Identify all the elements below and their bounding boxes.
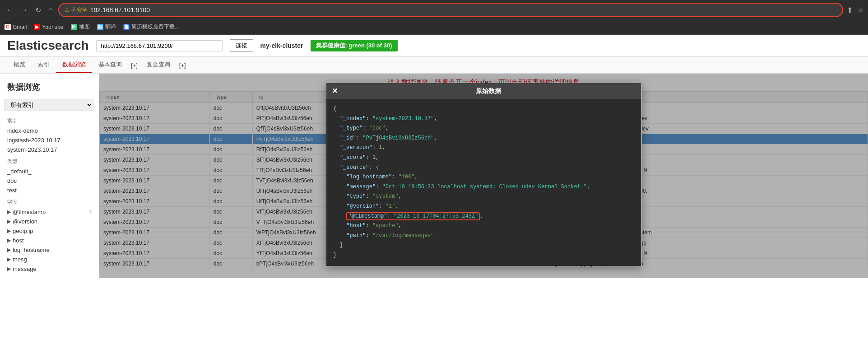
sidebar-title: 数据浏览 [0, 78, 99, 96]
browser-chrome: ← → ↻ ⌂ ⚠ 不安全 192.168.67.101:9100 ⬆ ☆ G … [0, 0, 868, 35]
sidebar-field-host[interactable]: ▶ host [0, 236, 99, 245]
refresh-button[interactable]: ↻ [33, 4, 43, 16]
sidebar-field-timestamp[interactable]: ▶ @timestamp ? [0, 207, 99, 217]
field-arrow-icon-2: ▶ [7, 219, 11, 224]
nav-bar: ← → ↻ ⌂ ⚠ 不安全 192.168.67.101:9100 ⬆ ☆ [0, 0, 868, 20]
home-button[interactable]: ⌂ [46, 4, 55, 16]
tab-complex-query[interactable]: 复合查询 [140, 57, 176, 73]
nav-tabs: 概览 索引 数据浏览 基本查询 [+] 复合查询 [+] [0, 57, 868, 74]
address-bar[interactable]: ⚠ 不安全 192.168.67.101:9100 [58, 3, 843, 17]
bookmark-gmail[interactable]: G Gmail [5, 24, 27, 30]
connect-button[interactable]: 连接 [230, 39, 253, 52]
address-text: 192.168.67.101:9100 [90, 6, 837, 14]
bookmark-docs[interactable]: 📄 简历模板免费下载... [123, 23, 179, 31]
field-help-icon[interactable]: ? [89, 209, 92, 215]
sidebar-field-message[interactable]: ▶ message [0, 264, 99, 274]
bookmark-maps[interactable]: M 地图 [71, 23, 90, 31]
sidebar-item-doc[interactable]: doc [0, 176, 99, 186]
sidebar-item-index-demo[interactable]: index-demo [0, 126, 99, 135]
field-label-geoip: geoip.ip [13, 228, 33, 234]
bookmark-translate[interactable]: 翻 翻译 [97, 23, 116, 31]
modal-title: 原始数据 [341, 87, 636, 95]
modal-body: { "_index": "system-2023.10.17", "_type"… [326, 99, 641, 266]
sidebar-item-test[interactable]: test [0, 186, 99, 195]
youtube-icon: ▶ [34, 24, 40, 30]
gmail-icon: G [5, 24, 11, 30]
cluster-name: my-elk-cluster [260, 42, 303, 49]
docs-icon: 📄 [123, 24, 130, 30]
field-arrow-icon-4: ▶ [7, 237, 11, 243]
sidebar: 数据浏览 所有索引 索引 index-demo logstash-2023.10… [0, 74, 99, 278]
modal-overlay[interactable]: ✕ 原始数据 { "_index": "system-2023.10.17", … [99, 74, 868, 278]
back-button[interactable]: ← [5, 4, 15, 16]
timestamp-highlight-box: "@timestamp": "2023-10-17T04:27:53.243Z" [346, 212, 480, 220]
tab-data-browser[interactable]: 数据浏览 [56, 57, 92, 73]
security-text: 不安全 [71, 6, 88, 14]
bookmark-translate-label: 翻译 [105, 23, 116, 31]
bookmark-maps-label: 地图 [79, 23, 90, 31]
field-arrow-icon-5: ▶ [7, 247, 11, 253]
sidebar-field-version[interactable]: ▶ @version [0, 217, 99, 226]
tab-overview[interactable]: 概览 [7, 57, 32, 73]
field-label-mesg: mesg [13, 256, 27, 263]
raw-data-modal: ✕ 原始数据 { "_index": "system-2023.10.17", … [326, 83, 642, 266]
page-content: 数据浏览 所有索引 索引 index-demo logstash-2023.10… [0, 74, 868, 278]
health-badge: 集群健康值: green (30 of 30) [311, 40, 398, 51]
tab-basic-query-plus[interactable]: [+] [128, 58, 140, 72]
forward-button[interactable]: → [19, 4, 30, 16]
bookmark-youtube[interactable]: ▶ YouTube [34, 24, 63, 30]
field-label-version: @version [13, 218, 37, 225]
url-input[interactable] [96, 40, 223, 51]
bookmark-icon[interactable]: ☆ [857, 6, 863, 14]
index-select[interactable]: 所有索引 [5, 99, 93, 111]
translate-icon: 翻 [97, 24, 103, 30]
sidebar-item-default[interactable]: _default_ [0, 167, 99, 176]
field-arrow-icon: ▶ [7, 209, 11, 215]
field-label-timestamp: @timestamp [13, 209, 46, 215]
modal-close-button[interactable]: ✕ [332, 87, 338, 95]
bookmarks-bar: G Gmail ▶ YouTube M 地图 翻 翻译 📄 简历模板免费下载..… [0, 20, 868, 34]
maps-icon: M [71, 24, 77, 30]
field-arrow-icon-6: ▶ [7, 256, 11, 262]
field-label-message: message [13, 265, 37, 272]
field-arrow-icon-7: ▶ [7, 266, 11, 272]
sidebar-section-field: 字段 [0, 195, 99, 207]
sidebar-item-logstash[interactable]: logstash-2023.10.17 [0, 135, 99, 145]
app: Elasticsearch 连接 my-elk-cluster 集群健康值: g… [0, 35, 868, 363]
sidebar-field-log-hostname[interactable]: ▶ log_hostname [0, 245, 99, 255]
sidebar-field-geoip[interactable]: ▶ geoip.ip [0, 226, 99, 236]
app-header: Elasticsearch 连接 my-elk-cluster 集群健康值: g… [0, 35, 868, 57]
app-title: Elasticsearch [7, 38, 89, 53]
sidebar-section-type: 类型 [0, 154, 99, 167]
security-icon: ⚠ [65, 7, 70, 13]
field-arrow-icon-3: ▶ [7, 228, 11, 234]
main-area: 进入数据浏览，随意点开一个index，可以出现该事件的详细信息 _index _… [99, 74, 868, 278]
bookmark-gmail-label: Gmail [13, 24, 27, 30]
tab-basic-query[interactable]: 基本查询 [92, 57, 128, 73]
nav-actions: ⬆ ☆ [847, 6, 863, 14]
path-value: /var/log/messages [376, 233, 431, 239]
sidebar-section-index: 索引 [0, 114, 99, 126]
field-label-host: host [13, 237, 24, 244]
tab-complex-query-plus[interactable]: [+] [176, 58, 189, 72]
bookmark-docs-label: 简历模板免费下载... [131, 23, 179, 31]
share-icon[interactable]: ⬆ [847, 6, 853, 14]
modal-header: ✕ 原始数据 [326, 83, 641, 99]
sidebar-item-system[interactable]: system-2023.10.17 [0, 145, 99, 154]
tab-index[interactable]: 索引 [32, 57, 56, 73]
bookmark-youtube-label: YouTube [42, 24, 63, 30]
sidebar-field-mesg[interactable]: ▶ mesg [0, 255, 99, 264]
field-label-log-hostname: log_hostname [13, 247, 50, 253]
